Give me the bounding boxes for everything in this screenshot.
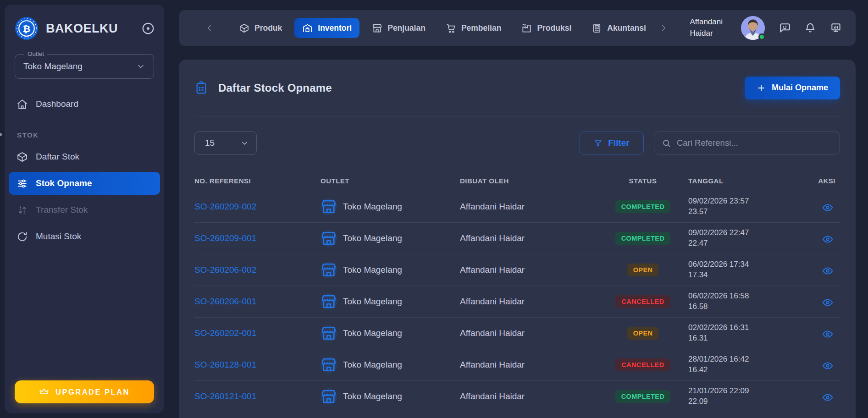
upgrade-plan-button[interactable]: UPGRADE PLAN	[15, 380, 154, 403]
tab-inventori[interactable]: Inventori	[294, 18, 359, 38]
sidebar-nav: Dashboard STOK Daftar Stok Stok Opname T…	[5, 93, 164, 248]
user-name: Affandani Haidar	[690, 16, 723, 39]
column-header: AKSI	[808, 177, 840, 185]
store-icon	[321, 230, 337, 247]
view-detail-button[interactable]	[822, 391, 834, 402]
cube-icon	[17, 151, 28, 163]
sidebar-item-transfer-stok[interactable]: Transfer Stok	[9, 198, 160, 221]
column-header: OUTLET	[321, 177, 460, 185]
outlet-cell: Toko Magelang	[321, 357, 460, 373]
outlet-cell: Toko Magelang	[321, 230, 460, 247]
time-value: 16.42	[688, 365, 808, 375]
reference-link[interactable]: SO-260202-001	[194, 328, 256, 338]
page-size-select[interactable]: 15	[194, 131, 257, 155]
reference-link[interactable]: SO-260206-002	[194, 265, 256, 275]
view-detail-button[interactable]	[822, 233, 834, 243]
date-cell: 02/02/2026 16:31 16.31	[688, 323, 808, 344]
time-value: 16.31	[688, 333, 808, 344]
chat-icon[interactable]	[779, 22, 791, 34]
sliders-icon	[17, 178, 28, 189]
reference-link[interactable]: SO-260128-001	[194, 360, 256, 369]
sidebar-item-stok-opname[interactable]: Stok Opname	[9, 172, 160, 195]
date-cell: 21/01/2026 22:09 22.09	[688, 386, 808, 407]
date-cell: 09/02/2026 22:47 22.47	[688, 228, 808, 249]
circle-dot-icon	[141, 22, 155, 35]
date-cell: 09/02/2026 23:57 23.57	[688, 196, 808, 217]
tab-penjualan[interactable]: Penjualan	[364, 18, 433, 38]
date-value: 02/02/2026 16:31	[688, 323, 808, 333]
created-by: Affandani Haidar	[460, 202, 597, 212]
date-cell: 06/02/2026 16:58 16.58	[688, 291, 808, 312]
date-value: 09/02/2026 23:57	[688, 196, 808, 207]
store-icon	[321, 198, 337, 215]
svg-text:₿: ₿	[23, 23, 31, 34]
date-value: 21/01/2026 22:09	[688, 386, 808, 396]
sidebar-section-stok: STOK	[5, 131, 164, 139]
outlet-name: Toko Magelang	[343, 328, 402, 338]
status-badge: OPEN	[627, 264, 659, 276]
view-detail-button[interactable]	[822, 360, 834, 370]
reference-link[interactable]: SO-260209-001	[194, 233, 256, 243]
view-detail-button[interactable]	[822, 265, 834, 275]
time-value: 22.47	[688, 238, 808, 249]
filter-button[interactable]: Filter	[580, 132, 644, 154]
status-badge: COMPLETED	[615, 390, 671, 403]
clipboard-icon	[194, 81, 208, 95]
eye-icon	[822, 297, 834, 308]
reference-link[interactable]: SO-260121-001	[194, 391, 256, 401]
sidebar-item-dashboard[interactable]: Dashboard	[9, 93, 160, 116]
date-value: 06/02/2026 17:34	[688, 259, 808, 270]
store-icon	[372, 23, 382, 33]
table-row: SO-260206-002 Toko Magelang Affandani Ha…	[194, 254, 840, 286]
view-detail-button[interactable]	[822, 202, 834, 212]
home-icon	[17, 99, 28, 110]
sidebar-collapse-button[interactable]	[141, 22, 155, 35]
outlet-cell: Toko Magelang	[321, 198, 460, 215]
sidebar-item-mutasi-stok[interactable]: Mutasi Stok	[9, 225, 160, 248]
status-badge: OPEN	[627, 327, 659, 340]
bell-icon[interactable]	[804, 22, 816, 34]
view-detail-button[interactable]	[822, 297, 834, 307]
tab-pembelian[interactable]: Pembelian	[438, 18, 509, 38]
outlet-selector[interactable]: Outlet Toko Magelang	[15, 54, 154, 79]
sidebar-item-label: Transfer Stok	[36, 205, 88, 215]
brand-logo-bitcoin-icon: ₿	[15, 16, 39, 40]
mulai-opname-button[interactable]: Mulai Opname	[745, 77, 840, 99]
table-row: SO-260209-002 Toko Magelang Affandani Ha…	[194, 191, 840, 222]
chevron-left-icon[interactable]	[205, 23, 215, 33]
eye-icon	[822, 328, 834, 340]
column-header: DIBUAT OLEH	[460, 177, 597, 185]
created-by: Affandani Haidar	[460, 391, 597, 402]
sidebar: ₿ BAKOELKU Outlet Toko Magelang Dashboar…	[5, 5, 164, 413]
brand: ₿ BAKOELKU	[5, 16, 164, 40]
outlet-label: Outlet	[24, 50, 47, 57]
topbar-right: Affandani Haidar	[690, 16, 842, 40]
user-avatar[interactable]	[741, 16, 765, 40]
column-header: STATUS	[597, 177, 688, 185]
top-nav: Produk Inventori Penjualan Pembelian Pro…	[231, 18, 654, 38]
table-row: SO-260121-001 Toko Magelang Affandani Ha…	[194, 380, 840, 412]
outlet-cell: Toko Magelang	[321, 388, 460, 405]
table-row: SO-260209-001 Toko Magelang Affandani Ha…	[194, 222, 840, 254]
reference-link[interactable]: SO-260209-002	[194, 202, 256, 211]
view-detail-button[interactable]	[822, 328, 834, 338]
chevron-right-icon[interactable]	[658, 23, 669, 33]
tab-akuntansi[interactable]: Akuntansi	[584, 18, 654, 38]
tab-produk[interactable]: Produk	[231, 18, 290, 38]
sidebar-item-daftar-stok[interactable]: Daftar Stok	[9, 145, 160, 168]
outlet-name: Toko Magelang	[343, 202, 402, 212]
reference-link[interactable]: SO-260206-001	[194, 297, 256, 306]
status-badge: COMPLETED	[615, 232, 671, 245]
outlet-cell: Toko Magelang	[321, 262, 460, 278]
time-value: 17.34	[688, 270, 808, 280]
outlet-cell: Toko Magelang	[321, 325, 460, 341]
search-input[interactable]	[677, 138, 832, 148]
time-value: 16.58	[688, 302, 808, 312]
table-row: SO-260202-001 Toko Magelang Affandani Ha…	[194, 317, 840, 349]
factory-icon	[521, 23, 532, 33]
date-value: 28/01/2026 16:42	[688, 354, 808, 365]
tab-produksi[interactable]: Produksi	[514, 18, 579, 38]
column-header: TANGGAL	[688, 177, 808, 185]
pos-monitor-icon[interactable]	[830, 22, 842, 34]
eye-icon	[822, 265, 834, 277]
